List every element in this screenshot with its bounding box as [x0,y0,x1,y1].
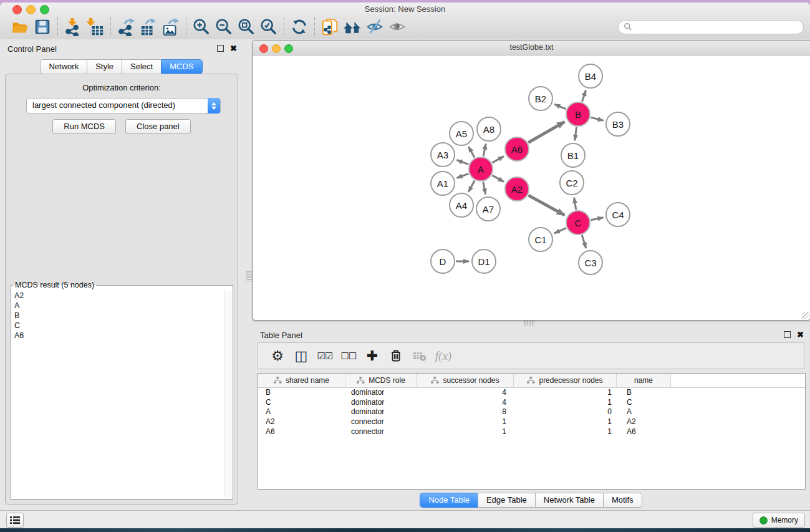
node-table[interactable]: shared nameMCDS rolesuccessor nodesprede… [258,373,806,490]
export-network-icon[interactable] [115,16,137,37]
float-table-panel-icon[interactable] [784,331,791,338]
graph-node-A3[interactable]: A3 [430,142,455,167]
hide-selected-icon[interactable] [364,16,386,37]
split-divider-vertical[interactable] [246,271,252,282]
network-window-titlebar[interactable]: testGlobe.txt [253,41,810,56]
export-image-icon[interactable] [160,16,182,37]
graph-edge-A-A2[interactable] [492,175,504,181]
run-mcds-button[interactable]: Run MCDS [52,119,116,134]
graph-node-C4[interactable]: C4 [605,202,630,227]
window-resize-grip[interactable] [802,312,809,319]
result-item[interactable]: A6 [12,331,224,341]
open-session-icon[interactable] [9,16,31,37]
graph-edge-B-B3[interactable] [591,117,603,120]
column-header-name[interactable]: name [617,374,671,387]
graph-edge-C-C2[interactable] [574,198,576,210]
result-item[interactable]: A [12,301,224,311]
criterion-dropdown[interactable]: largest connected component (directed) [26,98,221,114]
zoom-selected-icon[interactable] [258,16,280,37]
graph-edge-B-B1[interactable] [575,127,577,140]
zoom-in-icon[interactable] [190,16,213,37]
scrollbar[interactable] [224,291,232,498]
column-header-mcds-role[interactable]: MCDS role [345,374,417,387]
tab-network-table[interactable]: Network Table [535,493,604,508]
graph-node-C3[interactable]: C3 [578,250,603,275]
graph-node-A1[interactable]: A1 [430,171,455,196]
show-panels-button[interactable] [6,513,24,528]
graph-node-A8[interactable]: A8 [476,117,501,142]
graph-edge-C-C4[interactable] [591,218,604,220]
graph-edge-C-C3[interactable] [582,235,586,248]
graph-edge-A-A6[interactable] [492,157,504,163]
result-item[interactable]: B [12,311,224,321]
graph-edge-A-A3[interactable] [457,160,469,165]
tab-mcds[interactable]: MCDS [161,59,202,74]
graph-node-D1[interactable]: D1 [471,249,496,274]
graph-edge-A-A8[interactable] [483,144,486,157]
delete-table-icon[interactable] [408,346,432,367]
clone-network-icon[interactable] [319,16,341,37]
table-row[interactable]: Bdominator41B [258,388,805,398]
select-all-columns-icon[interactable]: ☑☑ [313,346,337,367]
graph-edge-A-A1[interactable] [457,173,469,178]
table-row[interactable]: A2connector11A2 [258,417,805,427]
tab-node-table[interactable]: Node Table [420,493,478,508]
import-table-icon[interactable] [84,16,107,37]
graph-edge-B-B2[interactable] [554,104,566,109]
graph-node-A5[interactable]: A5 [449,121,474,146]
column-header-predecessor-nodes[interactable]: predecessor nodes [514,374,617,387]
graph-node-A2[interactable]: A2 [504,177,529,201]
tab-motifs[interactable]: Motifs [603,493,642,508]
export-table-icon[interactable] [137,16,160,37]
graph-node-A4[interactable]: A4 [449,193,474,218]
table-row[interactable]: Cdominator41C [258,398,805,408]
graph-node-A7[interactable]: A7 [476,196,501,221]
table-row[interactable]: Adominator80A [258,407,805,417]
refresh-icon[interactable] [288,16,311,37]
function-builder-icon[interactable]: f(x) [432,346,455,367]
graph-edge-C-C1[interactable] [554,228,566,234]
float-panel-icon[interactable] [217,45,224,52]
graph-node-B[interactable]: B [566,102,591,127]
result-item[interactable]: A2 [12,291,224,301]
column-header-successor-nodes[interactable]: successor nodes [417,374,514,387]
first-neighbors-icon[interactable] [341,16,364,37]
result-item[interactable]: C [12,321,224,331]
graph-node-C2[interactable]: C2 [559,170,584,195]
close-table-panel-icon[interactable]: ✖ [797,332,804,338]
zoom-fit-icon[interactable] [235,16,258,37]
graph-edge-A-A4[interactable] [468,181,475,192]
graph-node-B1[interactable]: B1 [561,143,586,168]
mcds-result-list[interactable]: A2ABCA6 [12,291,224,498]
split-divider-horizontal[interactable] [524,320,535,326]
add-column-icon[interactable]: ✚ [360,346,384,367]
show-all-icon[interactable] [386,16,408,37]
graph-node-C1[interactable]: C1 [528,227,553,252]
tab-style[interactable]: Style [87,59,122,74]
import-network-icon[interactable] [62,16,84,37]
graph-edge-A2-C[interactable] [528,195,564,215]
close-panel-icon[interactable]: ✖ [230,46,237,52]
graph-edge-A6-B[interactable] [528,122,564,142]
column-header-shared-name[interactable]: shared name [258,374,345,387]
show-columns-icon[interactable]: ◫ [289,346,313,367]
graph-node-A6[interactable]: A6 [504,137,529,162]
graph-node-D[interactable]: D [430,249,455,274]
tab-network[interactable]: Network [40,59,87,74]
graph-edge-A-A7[interactable] [483,182,486,195]
graph-edge-B-B4[interactable] [582,90,586,102]
delete-column-icon[interactable] [384,346,408,367]
tab-select[interactable]: Select [122,59,162,74]
tab-edge-table[interactable]: Edge Table [478,493,536,508]
graph-node-B4[interactable]: B4 [578,64,603,89]
deselect-all-columns-icon[interactable]: ☐☐ [337,346,360,367]
graph-node-C[interactable]: C [566,210,591,235]
search-input[interactable] [635,21,799,33]
zoom-out-icon[interactable] [213,16,235,37]
save-session-icon[interactable] [31,16,54,37]
memory-button[interactable]: Memory [753,513,805,528]
close-panel-button[interactable]: Close panel [125,119,191,134]
graph-node-B2[interactable]: B2 [528,86,553,111]
graph-node-A[interactable]: A [468,157,493,181]
network-canvas[interactable]: B4B2BB3A5A8A6A3B1AA1C2A2A4A7C4CC1C3DD1 [253,56,810,320]
